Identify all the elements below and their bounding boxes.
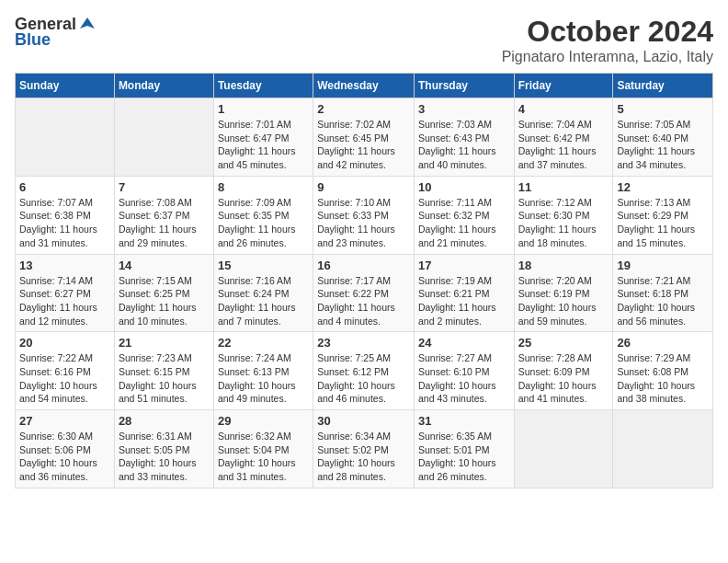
day-info: Sunrise: 7:09 AM Sunset: 6:35 PM Dayligh…	[218, 196, 309, 250]
day-number: 30	[317, 414, 410, 428]
calendar-weekday-header: Friday	[514, 74, 613, 98]
day-number: 29	[218, 414, 309, 428]
calendar-day-cell: 29Sunrise: 6:32 AM Sunset: 5:04 PM Dayli…	[213, 410, 313, 488]
calendar-day-cell: 23Sunrise: 7:25 AM Sunset: 6:12 PM Dayli…	[313, 332, 415, 410]
day-info: Sunrise: 7:25 AM Sunset: 6:12 PM Dayligh…	[317, 351, 410, 406]
calendar-day-cell: 28Sunrise: 6:31 AM Sunset: 5:05 PM Dayli…	[114, 410, 213, 488]
day-number: 4	[518, 102, 609, 116]
calendar-day-cell: 15Sunrise: 7:16 AM Sunset: 6:24 PM Dayli…	[213, 254, 313, 332]
day-number: 27	[19, 414, 110, 428]
calendar-day-cell	[613, 410, 713, 488]
day-info: Sunrise: 7:19 AM Sunset: 6:21 PM Dayligh…	[418, 274, 510, 328]
calendar-table: SundayMondayTuesdayWednesdayThursdayFrid…	[15, 73, 713, 488]
calendar-week-row: 13Sunrise: 7:14 AM Sunset: 6:27 PM Dayli…	[16, 254, 713, 332]
calendar-day-cell: 25Sunrise: 7:28 AM Sunset: 6:09 PM Dayli…	[514, 332, 613, 410]
day-info: Sunrise: 7:27 AM Sunset: 6:10 PM Dayligh…	[418, 351, 510, 406]
calendar-week-row: 6Sunrise: 7:07 AM Sunset: 6:38 PM Daylig…	[16, 176, 713, 254]
day-number: 28	[119, 414, 210, 428]
calendar-day-cell: 22Sunrise: 7:24 AM Sunset: 6:13 PM Dayli…	[213, 332, 313, 410]
calendar-day-cell: 3Sunrise: 7:03 AM Sunset: 6:43 PM Daylig…	[414, 98, 514, 177]
calendar-day-cell: 2Sunrise: 7:02 AM Sunset: 6:45 PM Daylig…	[313, 98, 415, 177]
calendar-day-cell: 11Sunrise: 7:12 AM Sunset: 6:30 PM Dayli…	[514, 176, 613, 254]
calendar-day-cell: 26Sunrise: 7:29 AM Sunset: 6:08 PM Dayli…	[613, 332, 713, 410]
calendar-day-cell: 19Sunrise: 7:21 AM Sunset: 6:18 PM Dayli…	[613, 254, 713, 332]
day-number: 31	[418, 414, 510, 428]
calendar-weekday-header: Monday	[114, 74, 213, 98]
day-number: 2	[317, 102, 410, 116]
calendar-day-cell: 14Sunrise: 7:15 AM Sunset: 6:25 PM Dayli…	[114, 254, 213, 332]
calendar-day-cell: 10Sunrise: 7:11 AM Sunset: 6:32 PM Dayli…	[414, 176, 514, 254]
day-info: Sunrise: 6:31 AM Sunset: 5:05 PM Dayligh…	[119, 430, 210, 484]
calendar-day-cell: 5Sunrise: 7:05 AM Sunset: 6:40 PM Daylig…	[613, 98, 713, 177]
day-info: Sunrise: 7:15 AM Sunset: 6:25 PM Dayligh…	[119, 274, 210, 328]
title-section: October 2024 Pignataro Interamna, Lazio,…	[502, 15, 713, 65]
day-info: Sunrise: 7:07 AM Sunset: 6:38 PM Dayligh…	[19, 196, 110, 250]
calendar-day-cell: 18Sunrise: 7:20 AM Sunset: 6:19 PM Dayli…	[514, 254, 613, 332]
day-number: 10	[418, 180, 510, 194]
day-number: 24	[418, 336, 510, 350]
day-info: Sunrise: 6:35 AM Sunset: 5:01 PM Dayligh…	[418, 430, 510, 484]
day-info: Sunrise: 7:03 AM Sunset: 6:43 PM Dayligh…	[418, 118, 510, 172]
day-info: Sunrise: 6:30 AM Sunset: 5:06 PM Dayligh…	[19, 430, 110, 484]
calendar-day-cell: 6Sunrise: 7:07 AM Sunset: 6:38 PM Daylig…	[16, 176, 115, 254]
day-info: Sunrise: 7:20 AM Sunset: 6:19 PM Dayligh…	[518, 274, 609, 328]
day-info: Sunrise: 7:17 AM Sunset: 6:22 PM Dayligh…	[317, 274, 410, 328]
calendar-week-row: 20Sunrise: 7:22 AM Sunset: 6:16 PM Dayli…	[16, 332, 713, 410]
calendar-weekday-header: Tuesday	[213, 74, 313, 98]
calendar-day-cell: 31Sunrise: 6:35 AM Sunset: 5:01 PM Dayli…	[414, 410, 514, 488]
calendar-day-cell: 7Sunrise: 7:08 AM Sunset: 6:37 PM Daylig…	[114, 176, 213, 254]
calendar-day-cell: 9Sunrise: 7:10 AM Sunset: 6:33 PM Daylig…	[313, 176, 415, 254]
month-title: October 2024	[502, 15, 713, 49]
day-number: 11	[518, 180, 609, 194]
calendar-header-row: SundayMondayTuesdayWednesdayThursdayFrid…	[16, 74, 713, 98]
logo: General Blue	[15, 15, 97, 50]
day-info: Sunrise: 7:24 AM Sunset: 6:13 PM Dayligh…	[218, 351, 309, 406]
day-info: Sunrise: 7:04 AM Sunset: 6:42 PM Dayligh…	[518, 118, 609, 172]
day-number: 1	[218, 102, 309, 116]
day-info: Sunrise: 7:08 AM Sunset: 6:37 PM Dayligh…	[119, 196, 210, 250]
logo-blue-text: Blue	[15, 30, 51, 50]
day-number: 22	[218, 336, 309, 350]
calendar-weekday-header: Sunday	[16, 74, 115, 98]
calendar-day-cell: 17Sunrise: 7:19 AM Sunset: 6:21 PM Dayli…	[414, 254, 514, 332]
page-header: General Blue October 2024 Pignataro Inte…	[15, 15, 713, 65]
day-info: Sunrise: 7:02 AM Sunset: 6:45 PM Dayligh…	[317, 118, 410, 172]
day-info: Sunrise: 7:10 AM Sunset: 6:33 PM Dayligh…	[317, 196, 410, 250]
calendar-day-cell: 1Sunrise: 7:01 AM Sunset: 6:47 PM Daylig…	[213, 98, 313, 177]
day-number: 16	[317, 259, 410, 272]
day-number: 20	[19, 336, 110, 350]
day-number: 9	[317, 180, 410, 194]
calendar-day-cell: 24Sunrise: 7:27 AM Sunset: 6:10 PM Dayli…	[414, 332, 514, 410]
day-info: Sunrise: 7:11 AM Sunset: 6:32 PM Dayligh…	[418, 196, 510, 250]
day-info: Sunrise: 6:34 AM Sunset: 5:02 PM Dayligh…	[317, 430, 410, 484]
day-number: 25	[518, 336, 609, 350]
day-number: 13	[19, 259, 110, 272]
day-info: Sunrise: 7:01 AM Sunset: 6:47 PM Dayligh…	[218, 118, 309, 172]
day-number: 26	[617, 336, 709, 350]
calendar-day-cell: 30Sunrise: 6:34 AM Sunset: 5:02 PM Dayli…	[313, 410, 415, 488]
day-info: Sunrise: 7:14 AM Sunset: 6:27 PM Dayligh…	[19, 274, 110, 328]
calendar-day-cell: 4Sunrise: 7:04 AM Sunset: 6:42 PM Daylig…	[514, 98, 613, 177]
day-info: Sunrise: 6:32 AM Sunset: 5:04 PM Dayligh…	[218, 430, 309, 484]
location-subtitle: Pignataro Interamna, Lazio, Italy	[502, 49, 713, 65]
calendar-day-cell: 21Sunrise: 7:23 AM Sunset: 6:15 PM Dayli…	[114, 332, 213, 410]
calendar-week-row: 27Sunrise: 6:30 AM Sunset: 5:06 PM Dayli…	[16, 410, 713, 488]
calendar-weekday-header: Thursday	[414, 74, 514, 98]
calendar-body: 1Sunrise: 7:01 AM Sunset: 6:47 PM Daylig…	[16, 98, 713, 488]
svg-marker-0	[80, 17, 95, 29]
calendar-week-row: 1Sunrise: 7:01 AM Sunset: 6:47 PM Daylig…	[16, 98, 713, 177]
calendar-day-cell: 20Sunrise: 7:22 AM Sunset: 6:16 PM Dayli…	[16, 332, 115, 410]
day-info: Sunrise: 7:21 AM Sunset: 6:18 PM Dayligh…	[617, 274, 709, 328]
day-number: 3	[418, 102, 510, 116]
calendar-day-cell	[514, 410, 613, 488]
day-number: 14	[119, 259, 210, 272]
day-number: 6	[19, 180, 110, 194]
day-info: Sunrise: 7:05 AM Sunset: 6:40 PM Dayligh…	[617, 118, 709, 172]
calendar-day-cell: 12Sunrise: 7:13 AM Sunset: 6:29 PM Dayli…	[613, 176, 713, 254]
logo-bird-icon	[78, 16, 97, 34]
day-info: Sunrise: 7:29 AM Sunset: 6:08 PM Dayligh…	[617, 351, 709, 406]
calendar-day-cell	[114, 98, 213, 177]
calendar-day-cell	[16, 98, 115, 177]
day-number: 5	[617, 102, 709, 116]
day-info: Sunrise: 7:22 AM Sunset: 6:16 PM Dayligh…	[19, 351, 110, 406]
